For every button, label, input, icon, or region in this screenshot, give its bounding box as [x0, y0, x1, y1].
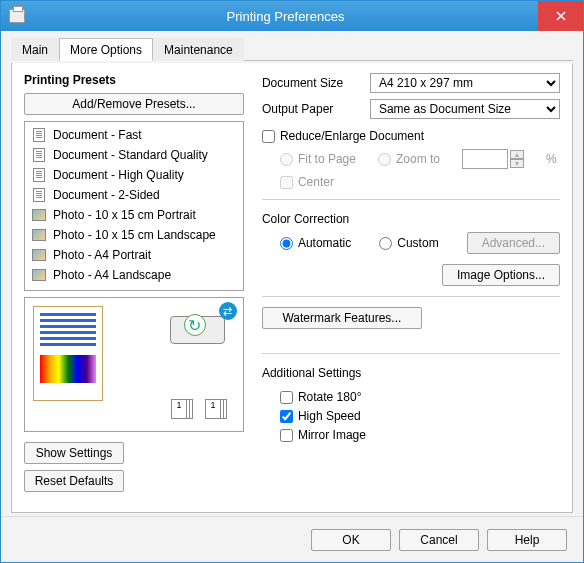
preset-label: Document - 2-Sided	[53, 188, 160, 202]
preset-item[interactable]: Photo - 10 x 15 cm Portrait	[29, 205, 239, 225]
rotate-180-label: Rotate 180°	[298, 390, 362, 404]
printing-presets-heading: Printing Presets	[24, 73, 244, 87]
preset-item[interactable]: Document - Standard Quality	[29, 145, 239, 165]
tab-maintenance[interactable]: Maintenance	[153, 38, 244, 61]
preset-item[interactable]: Photo - 10 x 15 cm Landscape	[29, 225, 239, 245]
photo-icon	[31, 207, 47, 223]
automatic-label: Automatic	[298, 236, 351, 250]
printer-icon	[9, 9, 25, 23]
reduce-enlarge-label: Reduce/Enlarge Document	[280, 129, 424, 143]
titlebar: Printing Preferences	[1, 1, 583, 31]
output-paper-label: Output Paper	[262, 102, 362, 116]
color-correction-heading: Color Correction	[262, 212, 560, 226]
preset-item[interactable]: Document - High Quality	[29, 165, 239, 185]
preview-printer-icon: ↻	[170, 316, 225, 361]
center-checkbox	[280, 176, 293, 189]
preset-label: Photo - A4 Landscape	[53, 268, 171, 282]
watermark-features-button[interactable]: Watermark Features...	[262, 307, 422, 329]
zoom-spinner: ▲▼	[510, 150, 524, 168]
center-label: Center	[298, 175, 334, 189]
help-button[interactable]: Help	[487, 529, 567, 551]
preset-preview: ↻ ⇄ 321 321	[24, 297, 244, 432]
preview-copies-icon: 321 321	[171, 399, 231, 425]
image-options-button[interactable]: Image Options...	[442, 264, 560, 286]
info-badge-icon: ⇄	[219, 302, 237, 320]
tab-strip: Main More Options Maintenance	[11, 37, 573, 61]
add-remove-presets-button[interactable]: Add/Remove Presets...	[24, 93, 244, 115]
cancel-button[interactable]: Cancel	[399, 529, 479, 551]
photo-icon	[31, 267, 47, 283]
document-2sided-icon	[31, 187, 47, 203]
mirror-image-checkbox[interactable]	[280, 429, 293, 442]
window-title: Printing Preferences	[33, 9, 538, 24]
dialog-footer: OK Cancel Help	[1, 516, 583, 562]
photo-icon	[31, 247, 47, 263]
preset-list[interactable]: Document - Fast Document - Standard Qual…	[24, 121, 244, 291]
recycle-arrow-icon: ↻	[184, 314, 206, 336]
preset-item[interactable]: Document - Fast	[29, 125, 239, 145]
reduce-enlarge-checkbox[interactable]	[262, 130, 275, 143]
left-button-group: Show Settings Reset Defaults	[24, 442, 244, 492]
preset-item[interactable]: Document - 2-Sided	[29, 185, 239, 205]
preset-label: Document - Standard Quality	[53, 148, 208, 162]
preview-page-icon	[33, 306, 103, 401]
dialog-body: Main More Options Maintenance Printing P…	[1, 31, 583, 516]
document-size-label: Document Size	[262, 76, 362, 90]
close-icon	[556, 11, 566, 21]
fit-to-page-radio	[280, 153, 293, 166]
document-icon	[31, 127, 47, 143]
fit-to-page-label: Fit to Page	[298, 152, 356, 166]
custom-label: Custom	[397, 236, 438, 250]
zoom-value-input	[462, 149, 508, 169]
preset-label: Document - Fast	[53, 128, 142, 142]
document-icon	[31, 167, 47, 183]
reset-defaults-button[interactable]: Reset Defaults	[24, 470, 124, 492]
close-button[interactable]	[538, 1, 583, 31]
zoom-to-label: Zoom to	[396, 152, 440, 166]
show-settings-button[interactable]: Show Settings	[24, 442, 124, 464]
automatic-radio[interactable]	[280, 237, 293, 250]
high-speed-label: High Speed	[298, 409, 361, 423]
preset-label: Photo - 10 x 15 cm Portrait	[53, 208, 196, 222]
preset-item[interactable]: Photo - A4 Portrait	[29, 245, 239, 265]
additional-settings-heading: Additional Settings	[262, 366, 560, 380]
preset-item[interactable]: Photo - A4 Landscape	[29, 265, 239, 285]
mirror-image-label: Mirror Image	[298, 428, 366, 442]
photo-icon	[31, 227, 47, 243]
output-paper-select[interactable]: Same as Document Size	[370, 99, 560, 119]
document-icon	[31, 147, 47, 163]
preset-label: Photo - 10 x 15 cm Landscape	[53, 228, 216, 242]
zoom-to-radio	[378, 153, 391, 166]
tab-panel: Printing Presets Add/Remove Presets... D…	[11, 63, 573, 513]
right-column: Document Size A4 210 x 297 mm Output Pap…	[262, 73, 560, 502]
document-size-select[interactable]: A4 210 x 297 mm	[370, 73, 560, 93]
ok-button[interactable]: OK	[311, 529, 391, 551]
percent-label: %	[546, 152, 557, 166]
tab-more-options[interactable]: More Options	[59, 38, 153, 61]
rotate-180-checkbox[interactable]	[280, 391, 293, 404]
high-speed-checkbox[interactable]	[280, 410, 293, 423]
custom-radio[interactable]	[379, 237, 392, 250]
left-column: Printing Presets Add/Remove Presets... D…	[24, 73, 244, 502]
tab-main[interactable]: Main	[11, 38, 59, 61]
advanced-button: Advanced...	[467, 232, 560, 254]
preset-label: Document - High Quality	[53, 168, 184, 182]
preset-label: Photo - A4 Portrait	[53, 248, 151, 262]
window: Printing Preferences Main More Options M…	[0, 0, 584, 563]
